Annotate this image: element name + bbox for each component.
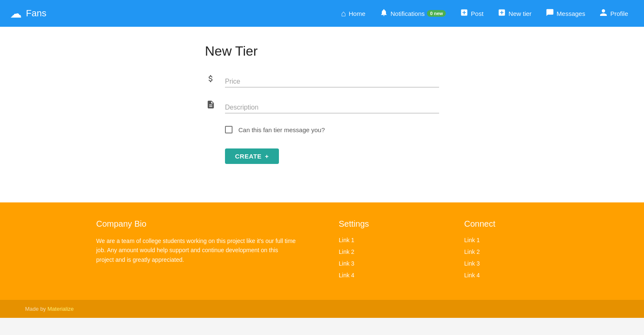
nav-profile[interactable]: Profile [593, 5, 634, 22]
footer-bottom: Made by Materialize [0, 300, 644, 318]
footer-settings-title: Settings [339, 219, 422, 229]
footer-bio: Company Bio We are a team of college stu… [96, 219, 297, 283]
settings-link-3[interactable]: Link 3 [339, 260, 354, 267]
connect-link-2[interactable]: Link 2 [464, 248, 480, 255]
settings-link-4[interactable]: Link 4 [339, 272, 354, 279]
nav-links: ⌂ Home Notifications 0 new Post New tier [335, 5, 634, 22]
list-item: Link 3 [464, 260, 548, 267]
bell-icon [380, 8, 388, 19]
nav-new-tier-label: New tier [509, 10, 532, 17]
footer-connect-links: Link 1 Link 2 Link 3 Link 4 [464, 236, 548, 279]
create-button[interactable]: CREATE + [225, 148, 279, 164]
nav-notifications[interactable]: Notifications 0 new [374, 5, 452, 22]
main-content: New Tier Can this fan tier message you? [0, 27, 644, 202]
list-item: Link 1 [339, 236, 422, 244]
nav-home-label: Home [349, 10, 365, 17]
messages-icon [546, 8, 554, 19]
connect-link-1[interactable]: Link 1 [464, 237, 480, 243]
nav-messages[interactable]: Messages [540, 5, 591, 22]
brand[interactable]: ☁ Fans [10, 7, 46, 20]
settings-link-1[interactable]: Link 1 [339, 237, 354, 243]
footer-bio-title: Company Bio [96, 219, 297, 229]
nav-notifications-label: Notifications [391, 10, 425, 17]
checkbox-label: Can this fan tier message you? [238, 126, 325, 133]
cloud-icon: ☁ [10, 7, 22, 20]
profile-icon [599, 8, 608, 19]
materialize-link[interactable]: Materialize [48, 306, 74, 312]
description-input-wrap [225, 104, 439, 113]
list-item: Link 3 [339, 260, 422, 267]
footer-content: Company Bio We are a team of college stu… [0, 219, 644, 300]
list-item: Link 2 [464, 248, 548, 256]
dollar-icon [205, 74, 217, 86]
brand-name: Fans [26, 8, 46, 19]
nav-new-tier[interactable]: New tier [492, 5, 537, 22]
footer: Company Bio We are a team of college stu… [0, 202, 644, 318]
footer-settings-links: Link 1 Link 2 Link 3 Link 4 [339, 236, 422, 279]
footer-connect: Connect Link 1 Link 2 Link 3 Link 4 [464, 219, 548, 283]
list-item: Link 4 [464, 271, 548, 279]
price-field [205, 74, 439, 87]
list-item: Link 4 [339, 271, 422, 279]
nav-profile-label: Profile [610, 10, 628, 17]
notifications-badge: 0 new [427, 10, 446, 17]
connect-link-3[interactable]: Link 3 [464, 260, 480, 267]
footer-connect-title: Connect [464, 219, 548, 229]
post-icon [460, 8, 468, 19]
checkbox-row: Can this fan tier message you? [225, 126, 439, 133]
create-button-label: CREATE [235, 153, 262, 160]
nav-post[interactable]: Post [454, 5, 489, 22]
settings-link-2[interactable]: Link 2 [339, 248, 354, 255]
footer-bio-text: We are a team of college students workin… [96, 236, 297, 264]
description-input[interactable] [225, 104, 439, 111]
connect-link-4[interactable]: Link 4 [464, 272, 480, 279]
page-title: New Tier [205, 43, 258, 59]
new-tier-icon [498, 8, 506, 19]
made-by-text: Made by [25, 306, 46, 312]
tier-form: Can this fan tier message you? CREATE + [205, 74, 439, 164]
nav-post-label: Post [471, 10, 483, 17]
price-input-wrap [225, 78, 439, 87]
nav-home[interactable]: ⌂ Home [335, 5, 371, 22]
home-icon: ⌂ [341, 9, 346, 18]
create-plus-icon: + [265, 153, 269, 160]
price-input[interactable] [225, 78, 439, 85]
description-field [205, 100, 439, 113]
list-item: Link 1 [464, 236, 548, 244]
description-icon [205, 100, 217, 112]
nav-messages-label: Messages [557, 10, 585, 17]
footer-settings: Settings Link 1 Link 2 Link 3 Link 4 [339, 219, 422, 283]
message-checkbox[interactable] [225, 126, 233, 133]
navbar: ☁ Fans ⌂ Home Notifications 0 new Post N… [0, 0, 644, 27]
list-item: Link 2 [339, 248, 422, 256]
